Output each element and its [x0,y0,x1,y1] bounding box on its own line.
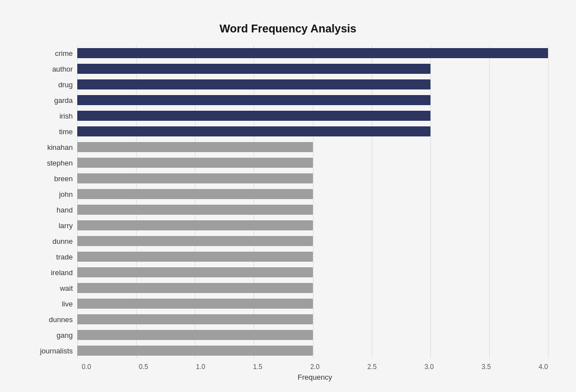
y-label: crime [55,45,73,61]
y-label: stephen [47,155,73,171]
y-label: irish [59,108,73,124]
x-axis-labels: 0.00.51.01.52.02.53.03.54.0 [82,363,548,371]
bar-row [77,108,548,124]
bar-live [77,299,313,309]
bar-row [77,92,548,108]
bar-row [77,233,548,249]
bar-irish [77,111,430,121]
y-label: time [59,124,73,139]
y-label: drug [58,77,73,92]
bar-trade [77,252,313,262]
bar-dunnes [77,314,313,324]
y-label: wait [60,280,73,296]
bar-kinahan [77,142,313,152]
bar-row [77,186,548,202]
bar-author [77,64,430,74]
bar-time [77,126,430,136]
bar-row [77,61,548,77]
bar-row [77,139,548,155]
bar-breen [77,173,313,183]
bar-row [77,124,548,139]
bar-row [77,202,548,218]
bar-drug [77,79,430,89]
y-label: kinahan [47,139,73,155]
y-label: live [62,296,73,311]
bar-hand [77,205,313,215]
x-tick-label: 0.5 [139,363,148,371]
y-label: author [52,61,73,77]
grid-line [548,45,549,358]
y-label: dunnes [49,311,73,327]
x-tick-label: 0.0 [82,363,91,371]
bar-row [77,77,548,92]
x-tick-label: 1.5 [253,363,263,371]
bar-row [77,249,548,265]
x-tick-label: 2.0 [310,363,320,371]
x-tick-label: 3.0 [424,363,434,371]
bar-larry [77,220,313,230]
y-label: garda [54,92,73,108]
y-label: hand [57,202,73,218]
y-label: ireland [51,265,73,280]
bar-gang [77,330,313,340]
y-label: larry [59,218,73,233]
x-tick-label: 3.5 [481,363,491,371]
y-label: john [59,186,73,202]
bar-row [77,171,548,186]
bar-stephen [77,158,313,168]
bar-crime [77,48,548,58]
bar-john [77,189,313,199]
bars-and-grid [77,45,548,358]
bar-row [77,311,548,327]
y-label: trade [56,249,73,265]
x-tick-label: 4.0 [538,363,548,371]
bar-row [77,343,548,358]
y-label: dunne [53,233,73,249]
chart-container: Word Frequency Analysis crimeauthordrugg… [11,11,565,392]
y-label: journalists [40,343,73,358]
bar-ireland [77,267,313,277]
bar-wait [77,283,313,293]
bar-row [77,218,548,233]
bar-row [77,296,548,311]
x-axis-title: Frequency [82,373,548,381]
x-tick-label: 1.0 [196,363,205,371]
x-tick-label: 2.5 [367,363,377,371]
y-label: breen [54,171,73,186]
bar-garda [77,95,430,105]
bar-journalists [77,346,313,356]
chart-title: Word Frequency Analysis [28,22,548,35]
bar-row [77,280,548,296]
bar-dunne [77,236,313,246]
bar-row [77,327,548,343]
y-labels: crimeauthordruggardairishtimekinahanstep… [28,45,77,358]
y-label: gang [57,327,73,343]
chart-area: crimeauthordruggardairishtimekinahanstep… [28,45,548,358]
bar-row [77,45,548,61]
x-axis-area: 0.00.51.01.52.02.53.03.54.0 Frequency [82,363,548,381]
bar-row [77,155,548,171]
bar-row [77,265,548,280]
